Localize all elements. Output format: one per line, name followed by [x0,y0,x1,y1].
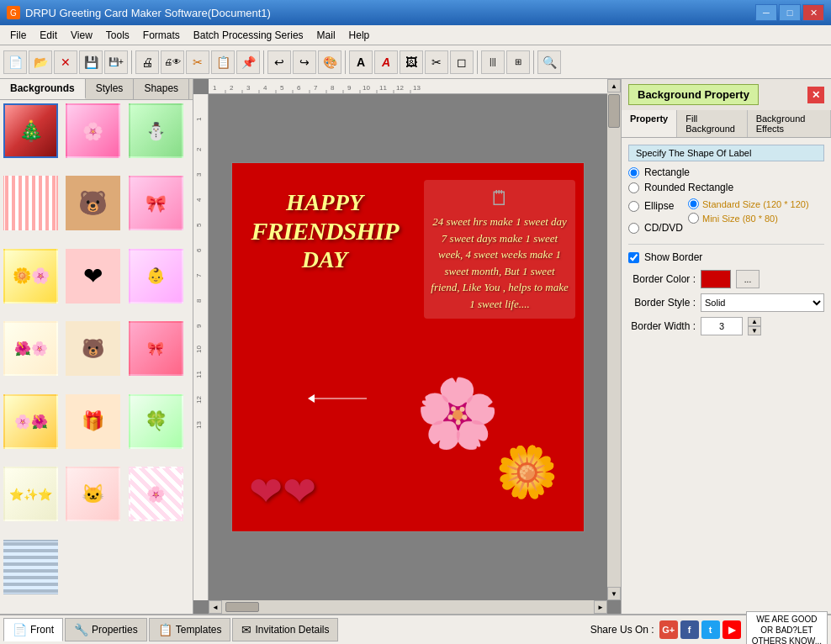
maximize-button[interactable]: □ [779,4,801,21]
print-button[interactable]: 🖨 [135,50,159,74]
svg-text:11: 11 [195,371,203,378]
bg-item[interactable]: 🎀 [129,321,183,376]
print-prev-button[interactable]: 🖨👁 [161,50,184,74]
border-color-swatch[interactable] [701,270,731,288]
close-button[interactable]: ✕ [802,4,824,21]
vertical-scrollbar[interactable]: ▲ ▼ [607,79,621,600]
facebook-icon[interactable]: f [680,620,699,639]
svg-text:10: 10 [363,84,370,92]
bg-item[interactable] [3,176,58,230]
bg-item[interactable]: 🌸🌺 [3,394,58,449]
scroll-down-button[interactable]: ▼ [607,587,621,600]
spin-up[interactable]: ▲ [748,317,761,326]
watermark-box: WE ARE GOODOR BAD?LETOTHERS KNOW... [746,611,828,645]
cut-button[interactable]: ✂ [186,50,209,74]
save-button[interactable]: 💾 [79,50,103,74]
title-bar-controls[interactable]: ─ □ ✕ [755,4,824,21]
color-button[interactable]: 🎨 [318,50,341,74]
barcode-button[interactable]: ||| [481,50,505,74]
undo-button[interactable]: ↩ [267,50,291,74]
qr-button[interactable]: ⊞ [506,50,530,74]
text-button[interactable]: A [349,50,373,74]
shape-rectangle-radio[interactable] [628,167,639,178]
bg-item[interactable]: 🌺🌸 [3,321,58,376]
bg-item[interactable]: 🌸 [129,467,183,521]
menu-formats[interactable]: Formats [136,28,187,43]
shape-cddvd-radio[interactable] [628,223,639,234]
open-button[interactable]: 📂 [29,50,52,74]
card-message-text: 24 sweet hrs make 1 sweet day 7 sweet da… [431,214,569,312]
tab-background-effects[interactable]: Background Effects [748,110,831,137]
bg-item[interactable]: 🌼🌸 [3,249,58,304]
scroll-thumb-v[interactable] [608,94,620,128]
redo-button[interactable]: ↪ [293,50,316,74]
zoom-in-button[interactable]: 🔍 [537,50,561,74]
youtube-icon[interactable]: ▶ [722,620,741,639]
bg-item[interactable]: ⛄ [129,103,183,158]
bg-item[interactable]: 🎄 [3,103,58,158]
shape-ellipse-radio[interactable] [628,201,639,212]
tab-templates[interactable]: 📋 Templates [149,618,231,641]
border-style-select[interactable]: Solid Dashed Dotted Double [701,293,824,312]
scroll-track-h[interactable] [222,602,594,612]
bg-item[interactable] [3,540,58,594]
bg-item[interactable]: ❤ [66,249,120,304]
tab-front[interactable]: 📄 Front [3,618,63,641]
horizontal-scrollbar[interactable]: ◄ ► [209,600,607,614]
clip-button[interactable]: ✂ [425,50,448,74]
bg-item[interactable]: 🍀 [129,394,183,449]
svg-text:12: 12 [396,84,404,92]
menu-mail[interactable]: Mail [310,28,342,43]
bg-item[interactable]: 🎁 [66,394,120,449]
tab-invitation[interactable]: ✉ Invitation Details [232,618,338,641]
shape-rounded-radio[interactable] [628,182,639,193]
new-button[interactable]: 📄 [3,50,27,74]
border-color-picker-button[interactable]: ... [736,270,760,288]
tab-shapes[interactable]: Shapes [134,79,189,99]
border-width-input[interactable]: 3 [701,317,743,335]
save-as-button[interactable]: 💾+ [104,50,128,74]
bg-item[interactable]: 🐻 [66,321,120,376]
mini-size-radio[interactable] [688,213,699,224]
scroll-right-button[interactable]: ► [594,600,607,614]
scroll-track-v[interactable] [607,92,621,587]
twitter-icon[interactable]: t [701,620,720,639]
close-doc-button[interactable]: ✕ [54,50,77,74]
wordart-button[interactable]: A [374,50,398,74]
minimize-button[interactable]: ─ [755,4,777,21]
tab-fill-background[interactable]: Fill Background [677,110,747,137]
tab-property[interactable]: Property [622,110,677,137]
scroll-left-button[interactable]: ◄ [209,600,222,614]
standard-size-radio[interactable] [688,198,699,209]
menu-view[interactable]: View [64,28,99,43]
border-width-spinner[interactable]: ▲ ▼ [748,317,761,335]
menu-edit[interactable]: Edit [33,28,64,43]
google-plus-icon[interactable]: G+ [659,620,678,639]
tab-properties[interactable]: 🔧 Properties [65,618,147,641]
bg-item[interactable]: 👶 [129,249,183,304]
menu-batch[interactable]: Batch Processing Series [187,28,310,43]
scroll-thumb-h[interactable] [225,602,259,612]
bg-item[interactable]: 🌸 [66,103,120,158]
standard-size-row: Standard Size (120 * 120) [688,198,809,209]
menu-file[interactable]: File [3,28,33,43]
property-close-button[interactable]: ✕ [807,87,824,103]
border-style-label: Border Style : [628,297,696,309]
tab-styles[interactable]: Styles [86,79,135,99]
greeting-card[interactable]: HAPPY FRIENDSHIP DAY 🗒 24 sweet hrs make… [231,162,585,532]
shape-button[interactable]: ◻ [450,50,474,74]
copy-button[interactable]: 📋 [211,50,235,74]
spin-down[interactable]: ▼ [748,326,761,335]
tab-backgrounds[interactable]: Backgrounds [0,79,86,99]
scroll-up-button[interactable]: ▲ [607,79,621,92]
paste-button[interactable]: 📌 [236,50,260,74]
bg-item[interactable]: 🐻 [66,176,120,230]
bg-item[interactable]: 🎀 [129,176,183,230]
show-border-label: Show Border [644,251,702,263]
bg-item[interactable]: 🐱 [66,467,120,521]
show-border-checkbox[interactable] [628,252,639,263]
bg-item[interactable]: ⭐✨⭐ [3,467,58,521]
menu-tools[interactable]: Tools [99,28,136,43]
image-button[interactable]: 🖼 [400,50,423,74]
menu-help[interactable]: Help [342,28,377,43]
